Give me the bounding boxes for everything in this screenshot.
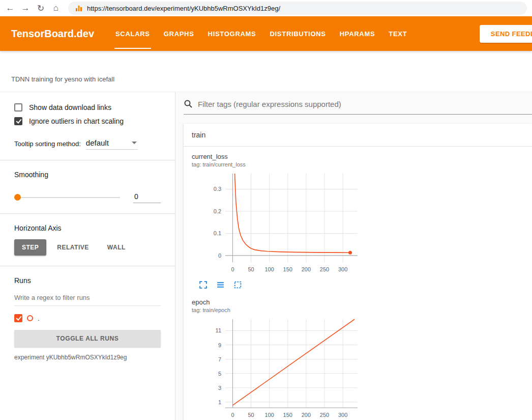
send-feedback-button[interactable]: SEND FEEDBACK <box>480 25 532 43</box>
svg-text:0: 0 <box>231 412 234 418</box>
svg-text:300: 300 <box>338 412 347 418</box>
filter-tags-row <box>184 99 532 115</box>
svg-text:150: 150 <box>283 412 292 418</box>
horizontal-axis-buttons: STEP RELATIVE WALL <box>14 239 161 256</box>
show-download-links-row[interactable]: Show data download links <box>14 103 161 111</box>
runs-label: Runs <box>14 276 161 285</box>
tag-group-card: train current_loss tag: train/current_lo… <box>184 124 532 420</box>
chart-title: current_loss <box>192 153 366 160</box>
chart-tag: tag: train/current_loss <box>192 161 366 167</box>
main-panel: train current_loss tag: train/current_lo… <box>175 92 532 420</box>
run-item[interactable]: . <box>14 314 161 322</box>
svg-text:7: 7 <box>218 356 221 362</box>
tab-distributions[interactable]: DISTRIBUTIONS <box>270 16 326 51</box>
address-bar[interactable]: https://tensorboard.dev/experiment/yKUbh… <box>68 2 527 15</box>
svg-text:0.2: 0.2 <box>214 208 221 214</box>
settings-sidebar: Show data download links Ignore outliers… <box>0 92 175 420</box>
smoothing-slider[interactable] <box>14 197 120 198</box>
run-color-indicator <box>27 315 33 321</box>
svg-text:300: 300 <box>338 266 347 272</box>
data-table-icon[interactable] <box>216 281 225 289</box>
divider <box>0 160 175 160</box>
svg-text:9: 9 <box>218 342 221 348</box>
show-download-links-checkbox[interactable] <box>14 103 22 111</box>
line-chart-current-loss[interactable]: 00.10.20.3050100150200250300 <box>192 170 366 279</box>
content: Show data download links Ignore outliers… <box>0 92 532 420</box>
run-name: . <box>38 315 40 322</box>
ignore-outliers-checkbox[interactable] <box>14 117 22 125</box>
ignore-outliers-row[interactable]: Ignore outliers in chart scaling <box>14 117 161 125</box>
chevron-down-icon <box>132 142 137 144</box>
tooltip-sorting-row: Tooltip sorting method: default <box>14 138 161 150</box>
run-checkbox[interactable] <box>14 314 22 322</box>
axis-relative-button[interactable]: RELATIVE <box>49 239 96 256</box>
divider <box>0 213 175 214</box>
horizontal-axis-label: Horizontal Axis <box>14 224 161 232</box>
smoothing-label: Smoothing <box>14 171 161 179</box>
tab-graphs[interactable]: GRAPHS <box>164 16 194 51</box>
svg-text:250: 250 <box>320 412 329 418</box>
svg-text:1: 1 <box>218 399 221 405</box>
smoothing-slider-row: 0 <box>14 192 161 203</box>
app-header: TensorBoard.dev SCALARS GRAPHS HISTOGRAM… <box>0 16 532 51</box>
svg-text:3: 3 <box>218 385 221 391</box>
app-logo[interactable]: TensorBoard.dev <box>11 16 94 51</box>
tag-group-header[interactable]: train <box>184 124 532 147</box>
experiment-title: TDNN training for yesno with icefall <box>11 75 114 83</box>
chart-toolbar <box>192 281 366 289</box>
svg-text:150: 150 <box>283 266 292 272</box>
site-favicon <box>75 5 82 12</box>
chart-title: epoch <box>192 298 366 306</box>
reload-icon[interactable]: ↻ <box>34 2 48 15</box>
svg-text:50: 50 <box>248 412 254 418</box>
line-chart-epoch[interactable]: 1357911050100150200250300 <box>192 315 366 420</box>
toggle-all-runs-button[interactable]: TOGGLE ALL RUNS <box>14 330 161 347</box>
axis-step-button[interactable]: STEP <box>14 239 46 256</box>
home-icon[interactable]: ⌂ <box>49 2 63 15</box>
tab-text[interactable]: TEXT <box>389 16 407 51</box>
ignore-outliers-label: Ignore outliers in chart scaling <box>29 117 124 125</box>
url-text: https://tensorboard.dev/experiment/yKUbh… <box>87 5 280 12</box>
runs-filter-input[interactable] <box>14 291 161 306</box>
axis-wall-button[interactable]: WALL <box>100 239 133 256</box>
svg-text:250: 250 <box>320 266 329 272</box>
back-icon[interactable]: ← <box>3 2 17 15</box>
slider-thumb[interactable] <box>14 194 21 201</box>
svg-text:200: 200 <box>302 412 311 418</box>
svg-text:0: 0 <box>231 266 234 272</box>
svg-text:0: 0 <box>218 253 221 259</box>
svg-text:50: 50 <box>248 266 254 272</box>
fit-domain-icon[interactable] <box>233 281 242 289</box>
nav-tabs: SCALARS GRAPHS HISTOGRAMS DISTRIBUTIONS … <box>115 16 407 51</box>
experiment-subheader: TDNN training for yesno with icefall <box>0 51 532 92</box>
chart-tag: tag: train/epoch <box>192 307 366 313</box>
tab-scalars[interactable]: SCALARS <box>115 16 150 51</box>
browser-toolbar: ← → ↻ ⌂ https://tensorboard.dev/experime… <box>0 0 532 16</box>
tab-hparams[interactable]: HPARAMS <box>340 16 375 51</box>
svg-text:11: 11 <box>216 327 221 333</box>
svg-text:0.1: 0.1 <box>214 230 221 236</box>
tab-histograms[interactable]: HISTOGRAMS <box>208 16 256 51</box>
svg-text:100: 100 <box>264 266 274 272</box>
svg-text:100: 100 <box>264 412 274 418</box>
experiment-caption: experiment yKUbhb5wRmOSXYkId1z9eg <box>14 354 161 361</box>
chart-card-epoch: epoch tag: train/epoch 13579110501001502… <box>192 298 366 420</box>
chart-card-current-loss: current_loss tag: train/current_loss 00.… <box>192 153 366 289</box>
tooltip-sorting-dropdown[interactable]: default <box>86 138 138 150</box>
filter-tags-input[interactable] <box>198 100 532 108</box>
smoothing-value-input[interactable]: 0 <box>133 192 161 203</box>
tooltip-sorting-label: Tooltip sorting method: <box>14 140 81 150</box>
charts-grid: current_loss tag: train/current_loss 00.… <box>184 147 532 420</box>
search-icon <box>184 99 193 108</box>
divider <box>0 266 175 266</box>
show-download-links-label: Show data download links <box>29 103 111 111</box>
svg-text:200: 200 <box>302 266 311 272</box>
expand-chart-icon[interactable] <box>199 281 208 289</box>
forward-icon[interactable]: → <box>18 2 33 15</box>
svg-text:5: 5 <box>218 371 221 377</box>
svg-text:0.3: 0.3 <box>214 186 221 192</box>
tooltip-sorting-value: default <box>86 138 109 147</box>
